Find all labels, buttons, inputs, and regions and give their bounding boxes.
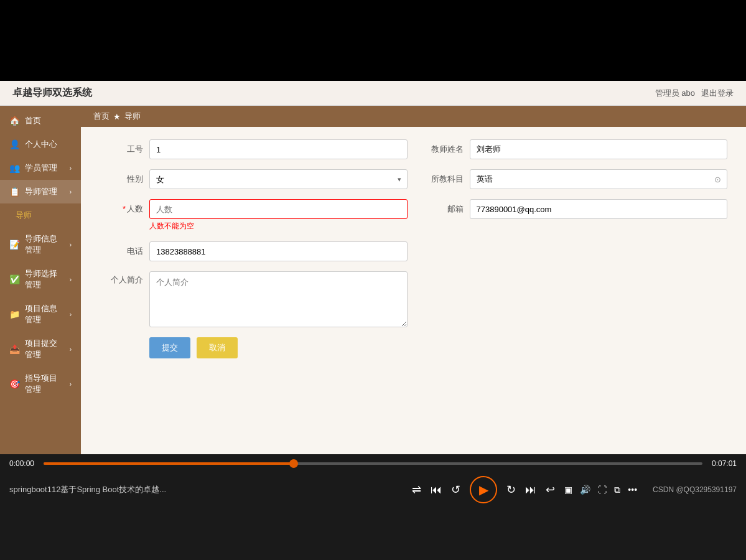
top-black-bar: [0, 0, 746, 81]
subtitle-button[interactable]: ▣: [564, 485, 572, 495]
app-title: 卓越导师双选系统: [12, 86, 92, 100]
project-submit-icon: 📤: [9, 344, 20, 354]
sidebar-label-project-submit: 项目提交管理: [25, 338, 65, 360]
capacity-label: 人数: [100, 203, 143, 215]
teacher-name-label: 教师姓名: [420, 144, 464, 155]
player-controls: springboot112基于Spring Boot技术的卓越... ⇌ ⏮ ↺…: [0, 473, 746, 506]
breadcrumb-bar: 首页 ★ 导师: [81, 106, 746, 127]
sidebar-label-personal: 个人中心: [25, 139, 57, 150]
sidebar-label-project-info: 项目信息管理: [25, 303, 65, 325]
breadcrumb-home[interactable]: 首页: [93, 111, 110, 122]
form-row-4: 电话: [100, 241, 727, 261]
phone-input[interactable]: [149, 241, 408, 261]
employee-id-label: 工号: [100, 144, 143, 155]
subject-label: 所教科目: [420, 174, 464, 185]
mentor-icon: 📋: [9, 187, 20, 197]
sidebar-item-mentor-info[interactable]: 📝 导师信息管理 ›: [0, 227, 81, 262]
next-button[interactable]: ⏭: [525, 483, 536, 497]
progress-track[interactable]: [44, 462, 702, 465]
player-right-controls: ▣ 🔊 ⛶ ⧉ •••: [564, 485, 637, 495]
sidebar-label-mentor-info: 导师信息管理: [25, 233, 65, 256]
gender-select-wrapper: 男 女 ▾: [149, 169, 408, 189]
play-button[interactable]: ▶: [470, 476, 497, 503]
content-area: 首页 ★ 导师 工号 教师姓名: [81, 106, 746, 454]
form-row-bio: 个人简介: [100, 271, 727, 327]
current-time: 0:00:00: [9, 459, 37, 468]
phone-label: 电话: [100, 246, 143, 257]
sidebar-item-mentor-sub[interactable]: 导师: [0, 203, 81, 227]
sidebar-label-mentor-sub: 导师: [16, 210, 32, 221]
home-icon: 🏠: [9, 116, 20, 126]
gender-select[interactable]: 男 女: [149, 169, 408, 189]
email-input[interactable]: [470, 199, 728, 219]
form-half-subject: 所教科目 ⊙: [420, 169, 728, 189]
progress-fill: [44, 462, 294, 465]
mentor-info-icon: 📝: [9, 240, 20, 250]
rewind-button[interactable]: ↺: [451, 483, 460, 497]
sidebar-item-project-info[interactable]: 📁 项目信息管理 ›: [0, 297, 81, 332]
body-area: 🏠 首页 👤 个人中心 👥 学员管理 › 📋 导师管理 › 导师 📝: [0, 106, 746, 454]
form-half-employee: 工号: [100, 139, 408, 159]
loop-button[interactable]: ↩: [546, 483, 555, 497]
capacity-error: 人数不能为空: [149, 221, 408, 231]
logout-button[interactable]: 退出登录: [701, 88, 734, 99]
sidebar-item-personal[interactable]: 👤 个人中心: [0, 133, 81, 156]
subject-input[interactable]: [470, 169, 728, 189]
progress-bar-area: 0:00:00 0:07:01: [0, 454, 746, 473]
bio-textarea[interactable]: [149, 271, 408, 327]
sidebar-item-home[interactable]: 🏠 首页: [0, 109, 81, 133]
subject-search-icon: ⊙: [714, 175, 721, 184]
cancel-button[interactable]: 取消: [197, 337, 238, 358]
project-info-icon: 📁: [9, 309, 20, 319]
prev-button[interactable]: ⏮: [431, 483, 442, 497]
project-submit-arrow: ›: [70, 346, 72, 353]
capacity-input[interactable]: [149, 199, 408, 219]
sidebar-label-student: 学员管理: [25, 162, 57, 174]
subject-input-wrapper: ⊙: [470, 169, 728, 189]
sidebar-label-home: 首页: [25, 115, 41, 126]
bio-label: 个人简介: [100, 274, 143, 286]
header: 卓越导师双选系统 管理员 abo 退出登录: [0, 81, 746, 106]
csdn-watermark: CSDN @QQ3295391197: [653, 485, 737, 494]
form-row-3: 人数 人数不能为空 邮箱: [100, 199, 727, 231]
pip-button[interactable]: ⧉: [614, 485, 620, 495]
form-half-teacher-name: 教师姓名: [420, 139, 728, 159]
volume-button[interactable]: 🔊: [580, 485, 590, 495]
guide-project-arrow: ›: [70, 381, 72, 388]
sidebar-item-project-submit[interactable]: 📤 项目提交管理 ›: [0, 332, 81, 366]
shuffle-button[interactable]: ⇌: [412, 483, 421, 497]
total-time: 0:07:01: [709, 459, 737, 468]
sidebar-label-mentor-select: 导师选择管理: [25, 268, 65, 291]
mentor-arrow: ›: [70, 189, 72, 195]
form-row-1: 工号 教师姓名: [100, 139, 727, 159]
teacher-name-input[interactable]: [470, 139, 728, 159]
mentor-select-arrow: ›: [70, 276, 72, 283]
form-area: 工号 教师姓名 性别 男 女: [81, 127, 746, 371]
student-arrow: ›: [70, 165, 72, 172]
submit-button[interactable]: 提交: [149, 337, 190, 358]
project-info-arrow: ›: [70, 311, 72, 318]
more-button[interactable]: •••: [628, 485, 637, 495]
sidebar-item-guide-project[interactable]: 🎯 指导项目管理 ›: [0, 366, 81, 401]
sidebar-item-mentor[interactable]: 📋 导师管理 ›: [0, 180, 81, 203]
form-half-gender: 性别 男 女 ▾: [100, 169, 408, 189]
header-right: 管理员 abo 退出登录: [655, 88, 734, 99]
sidebar-label-guide-project: 指导项目管理: [25, 373, 65, 395]
breadcrumb-separator: ★: [113, 112, 121, 121]
mentor-select-icon: ✅: [9, 274, 20, 284]
sidebar-item-student[interactable]: 👥 学员管理 ›: [0, 156, 81, 180]
progress-thumb[interactable]: [289, 459, 298, 468]
personal-icon: 👤: [9, 139, 20, 149]
button-area: 提交 取消: [149, 337, 727, 358]
form-half-phone: 电话: [100, 241, 408, 261]
forward-button[interactable]: ↻: [506, 483, 516, 497]
admin-label: 管理员 abo: [655, 88, 695, 99]
app-container: 卓越导师双选系统 管理员 abo 退出登录 🏠 首页 👤 个人中心 👥 学员管理…: [0, 81, 746, 454]
fullscreen-button[interactable]: ⛶: [598, 485, 607, 495]
sidebar-item-mentor-select[interactable]: ✅ 导师选择管理 ›: [0, 262, 81, 297]
breadcrumb-current: 导师: [124, 111, 141, 122]
mentor-info-arrow: ›: [70, 241, 72, 248]
gender-label: 性别: [100, 174, 143, 185]
guide-project-icon: 🎯: [9, 379, 20, 389]
employee-id-input[interactable]: [149, 139, 408, 159]
